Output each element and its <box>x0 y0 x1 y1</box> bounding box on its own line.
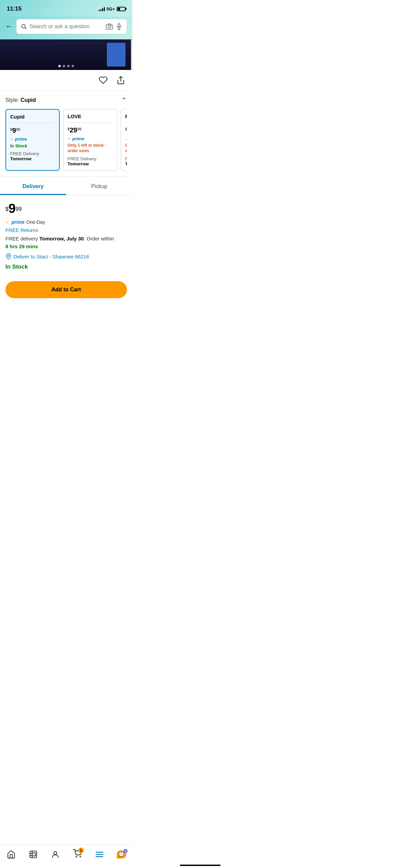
card-title-cupid: Cupid <box>10 114 55 123</box>
prime-badge-cupid: ✓ prime <box>10 137 55 142</box>
style-collapse-button[interactable]: ⌃ <box>121 96 127 104</box>
style-selected-value: Cupid <box>20 97 36 103</box>
network-type: 5G+ <box>107 6 115 12</box>
microphone-icon[interactable] <box>116 23 122 30</box>
card-title-rose: Rose <box>125 113 127 123</box>
svg-line-1 <box>25 28 26 29</box>
delivery-info-love: FREE DeliveryTomorrow <box>68 156 113 166</box>
style-cards-container: Cupid $999 ✓ prime In Stock FREE Deliver… <box>5 109 127 176</box>
main-price: $999 <box>5 202 127 215</box>
card-price-cupid: $999 <box>10 127 55 134</box>
add-to-cart-button[interactable]: Add to Cart <box>5 281 127 298</box>
signal-icon <box>99 6 105 11</box>
deliver-to-link[interactable]: Deliver to Staci - Shawnee 66216 <box>5 253 127 259</box>
svg-rect-4 <box>111 25 112 26</box>
style-card-rose[interactable]: Rose $1299 ✓ prime Only 4 left - order s… <box>121 109 127 171</box>
free-returns-link[interactable]: FREE Returns <box>5 227 127 233</box>
delivery-info-rose: FREE Deliv...Tomorrow <box>125 156 127 166</box>
prime-badge-love: ✓ prime <box>68 136 113 141</box>
status-time: 11:15 <box>7 5 21 12</box>
delivery-tabs: Delivery Pickup <box>0 178 132 195</box>
free-delivery-text: FREE delivery Tomorrow, July 30. Order w… <box>5 235 127 242</box>
svg-point-9 <box>8 255 9 257</box>
prime-text-love: prime <box>72 136 84 141</box>
product-thumbnail <box>107 43 126 67</box>
action-buttons <box>0 70 132 91</box>
search-area: ← Search or ask a question <box>0 16 132 39</box>
price-dollar: $ <box>5 206 8 212</box>
search-box[interactable]: Search or ask a question <box>16 19 127 34</box>
camera-search-icon[interactable] <box>106 23 113 30</box>
free-delivery-label: FREE delivery <box>5 236 39 241</box>
scroll-indicator <box>131 39 132 70</box>
back-button[interactable]: ← <box>5 22 13 31</box>
price-whole: 9 <box>8 201 16 216</box>
style-section: Style: Cupid ⌃ Cupid $999 ✓ prime In Sto… <box>0 91 132 177</box>
style-card-love[interactable]: LOVE $2999 ✓ prime Only 1 left in stock … <box>63 109 117 171</box>
prime-check-rose-icon: ✓ <box>125 136 127 141</box>
battery-icon <box>117 7 126 11</box>
dot-1[interactable] <box>58 65 61 67</box>
order-countdown: 8 hrs 29 mins <box>5 243 127 249</box>
order-within-text: . Order within <box>84 236 114 241</box>
prime-row: ✓ prime One-Day <box>5 219 127 225</box>
card-title-love: LOVE <box>68 113 113 123</box>
stock-status-rose: Only 4 left - order so... <box>125 143 127 153</box>
location-icon <box>5 253 12 259</box>
delivery-info-cupid: FREE DeliveryTomorrow <box>10 151 55 161</box>
stock-status-cupid: In Stock <box>10 143 55 148</box>
share-button[interactable] <box>115 74 127 86</box>
style-card-cupid[interactable]: Cupid $999 ✓ prime In Stock FREE Deliver… <box>5 109 60 171</box>
in-stock-label: In Stock <box>5 264 127 270</box>
style-label: Style: <box>5 97 19 103</box>
wishlist-button[interactable] <box>97 74 109 86</box>
prime-text-main: prime <box>12 219 24 225</box>
prime-check-main-icon: ✓ <box>5 219 10 225</box>
prime-check-love-icon: ✓ <box>68 136 71 141</box>
style-label-row: Style: Cupid <box>5 97 36 103</box>
tab-delivery[interactable]: Delivery <box>0 178 66 195</box>
search-icon <box>21 23 27 30</box>
price-cents: 99 <box>16 206 22 212</box>
main-price-section: $999 ✓ prime One-Day FREE Returns FREE d… <box>0 195 132 281</box>
card-price-love: $2999 <box>68 126 113 134</box>
card-price-rose: $1299 <box>125 126 127 134</box>
prime-one-day-label: One-Day <box>26 219 45 225</box>
tab-pickup[interactable]: Pickup <box>66 178 132 195</box>
svg-point-3 <box>108 25 110 28</box>
product-image <box>0 39 132 70</box>
image-dots-indicator <box>58 65 74 67</box>
delivery-date: Tomorrow, July 30 <box>39 236 84 241</box>
svg-rect-5 <box>118 24 120 27</box>
dot-4[interactable] <box>72 65 74 67</box>
stock-status-love: Only 1 left in stock - order soon. <box>68 143 113 153</box>
dot-3[interactable] <box>67 65 70 67</box>
status-icons: 5G+ <box>99 6 126 12</box>
style-header: Style: Cupid ⌃ <box>5 96 127 104</box>
search-input[interactable]: Search or ask a question <box>30 23 103 30</box>
deliver-to-text: Deliver to Staci - Shawnee 66216 <box>14 254 89 259</box>
dot-2[interactable] <box>63 65 65 67</box>
prime-check-icon: ✓ <box>10 137 14 142</box>
prime-text: prime <box>15 137 27 142</box>
status-bar: 11:15 5G+ <box>0 0 132 16</box>
prime-badge-rose: ✓ prime <box>125 136 127 141</box>
